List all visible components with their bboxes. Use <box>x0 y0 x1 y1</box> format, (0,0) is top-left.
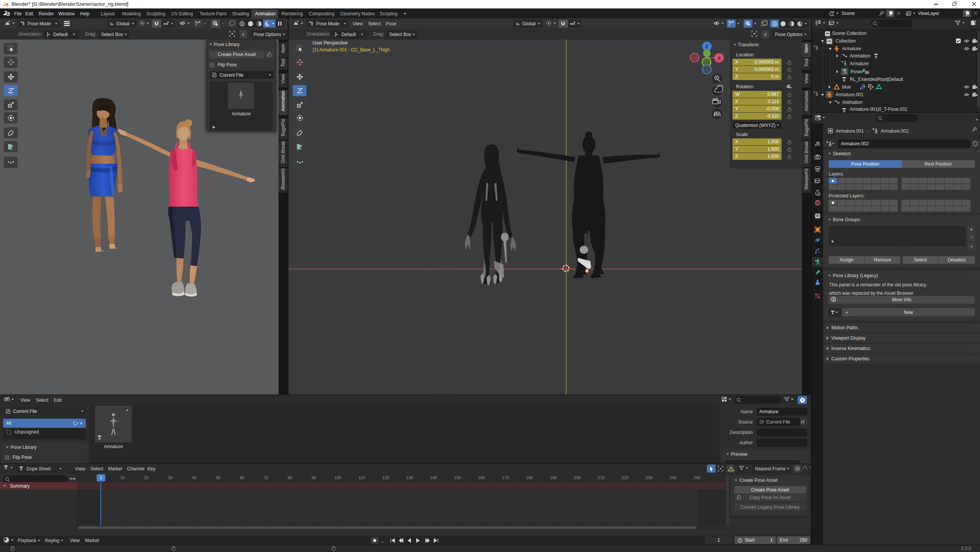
svg-text:User Perspective: User Perspective <box>313 40 348 46</box>
svg-text:(1) Armature.001 : CC_Base_L_T: (1) Armature.001 : CC_Base_L_Thigh <box>313 47 390 53</box>
svg-text:X: X <box>718 56 721 61</box>
svg-text:Z: Z <box>705 44 708 49</box>
